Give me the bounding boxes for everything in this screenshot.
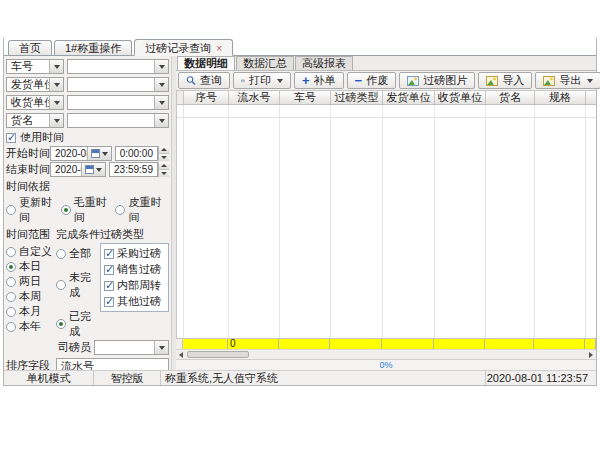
vehicle-value-combo[interactable] — [67, 59, 169, 74]
radio-unfinished[interactable]: 未完成 — [56, 270, 100, 300]
tab-data-detail[interactable]: 数据明细 — [177, 56, 235, 70]
print-button[interactable]: 打印 — [233, 72, 291, 89]
calendar-icon[interactable] — [91, 149, 100, 158]
time-basis-label: 时间依据 — [6, 179, 50, 194]
goods-field-select[interactable]: 货名 — [6, 113, 64, 128]
sort-field-input[interactable]: 流水号 — [56, 358, 169, 370]
end-date-picker[interactable]: 2020-08-01 — [50, 162, 106, 177]
status-edition: 智控版 — [94, 371, 161, 385]
spin-up-icon[interactable] — [159, 162, 169, 169]
radio-all[interactable]: 全部 — [56, 246, 100, 261]
query-filter-panel: 车号 发货单位 收货单位 货名 使用时间 开始时间 — [4, 56, 172, 370]
goods-value-combo[interactable] — [67, 113, 169, 128]
spin-down-icon[interactable] — [159, 169, 169, 177]
receiver-field-select[interactable]: 收货单位 — [6, 95, 64, 110]
chevron-down-icon[interactable] — [102, 152, 108, 156]
col-header-spec[interactable]: 规格 — [535, 91, 586, 104]
calendar-icon[interactable] — [85, 165, 94, 174]
col-header-serial[interactable]: 流水号 — [229, 91, 280, 104]
plus-icon: + — [302, 76, 310, 86]
radio-tare-time[interactable]: 皮重时间 — [115, 195, 169, 225]
tab-close-icon[interactable]: × — [216, 43, 222, 54]
records-grid: 序号 流水号 车号 过磅类型 发货单位 收货单位 货名 规格 — [176, 91, 596, 338]
grid-body[interactable] — [177, 105, 596, 338]
sender-field-select[interactable]: 发货单位 — [6, 77, 64, 92]
export-button[interactable]: 导出 — [535, 72, 600, 89]
checkbox-other-weigh[interactable]: 其他过磅 — [104, 294, 165, 309]
time-range-group: 时间范围 自定义 本日 两日 本周 本月 本年 — [6, 227, 56, 334]
finish-condition-label: 完成条件 — [56, 227, 100, 242]
checkbox-internal-transfer[interactable]: 内部周转 — [104, 278, 165, 293]
vehicle-field-select[interactable]: 车号 — [6, 59, 64, 74]
void-button[interactable]: − 作废 — [347, 72, 397, 89]
chevron-down-icon[interactable] — [154, 114, 168, 127]
col-header-vehicle[interactable]: 车号 — [280, 91, 331, 104]
summary-cell — [485, 339, 534, 349]
chevron-down-icon[interactable] — [49, 78, 63, 91]
sender-value-combo[interactable] — [67, 77, 169, 92]
radio-this-month[interactable]: 本月 — [6, 304, 56, 319]
weigh-photo-button[interactable]: 过磅图片 — [399, 72, 475, 89]
radio-gross-time[interactable]: 毛重时间 — [61, 195, 114, 225]
scroll-right-icon[interactable] — [586, 350, 596, 359]
scrollbar-thumb[interactable] — [187, 351, 249, 358]
query-button[interactable]: 查询 — [178, 72, 230, 89]
scroll-left-icon[interactable] — [176, 350, 186, 359]
summary-cell — [330, 339, 382, 349]
radio-two-days[interactable]: 两日 — [6, 274, 56, 289]
horizontal-scrollbar[interactable] — [176, 349, 596, 359]
col-header-sender[interactable]: 发货单位 — [383, 91, 435, 104]
sort-field-row: 排序字段 流水号 — [6, 358, 169, 370]
chevron-down-icon[interactable] — [49, 114, 63, 127]
radio-this-year[interactable]: 本年 — [6, 319, 56, 334]
weigher-row: 司磅员 — [6, 340, 169, 355]
radio-today[interactable]: 本日 — [6, 259, 56, 274]
summary-cell — [585, 339, 596, 349]
data-panel: 数据明细 数据汇总 高级报表 查询 打印 + 补单 — [176, 56, 596, 370]
chevron-down-icon[interactable] — [154, 96, 168, 109]
chevron-down-icon[interactable] — [154, 341, 168, 354]
chevron-down-icon[interactable] — [154, 60, 168, 73]
radio-finished[interactable]: 已完成 — [56, 309, 100, 339]
start-time-row: 开始时间 2020-08-01 0:00:00 — [6, 146, 169, 161]
tab-weighing-operation[interactable]: 1#称重操作 — [54, 40, 132, 55]
tab-record-query[interactable]: 过磅记录查询× — [134, 39, 233, 56]
chevron-down-icon[interactable] — [49, 96, 63, 109]
chevron-down-icon[interactable] — [96, 168, 102, 172]
col-header-receiver[interactable]: 收货单位 — [435, 91, 486, 104]
tab-data-summary[interactable]: 数据汇总 — [236, 56, 294, 70]
col-header-seq[interactable]: 序号 — [184, 91, 229, 104]
radio-custom-range[interactable]: 自定义 — [6, 244, 56, 259]
tab-home[interactable]: 首页 — [8, 40, 52, 55]
radio-update-time[interactable]: 更新时间 — [6, 195, 59, 225]
weigher-combo[interactable] — [94, 340, 169, 355]
import-button[interactable]: 导入 — [478, 72, 532, 89]
col-header-goods[interactable]: 货名 — [486, 91, 535, 104]
radio-icon — [6, 277, 16, 287]
chevron-down-icon[interactable] — [49, 60, 63, 73]
supplement-button[interactable]: + 补单 — [294, 72, 344, 89]
chevron-down-icon — [277, 79, 283, 83]
search-icon — [186, 75, 196, 86]
start-time-spinner[interactable]: 0:00:00 — [115, 146, 169, 161]
start-date-picker[interactable]: 2020-08-01 — [50, 146, 112, 161]
checkbox-sale-weigh[interactable]: 销售过磅 — [104, 262, 165, 277]
checkbox-purchase-weigh[interactable]: 采购过磅 — [104, 246, 165, 261]
export-icon — [543, 76, 555, 86]
chevron-down-icon — [587, 79, 593, 83]
tab-advanced-report[interactable]: 高级报表 — [295, 56, 353, 70]
radio-this-week[interactable]: 本周 — [6, 289, 56, 304]
receiver-value-combo[interactable] — [67, 95, 169, 110]
row-selector-header — [177, 91, 184, 104]
radio-icon — [6, 292, 16, 302]
spin-up-icon[interactable] — [159, 146, 169, 153]
radio-icon — [56, 249, 66, 259]
end-time-spinner[interactable]: 23:59:59 — [109, 162, 169, 177]
filter-row-vehicle: 车号 — [6, 59, 169, 74]
status-datetime: 2020-08-01 11:23:57 — [486, 371, 596, 385]
chevron-down-icon[interactable] — [154, 78, 168, 91]
radio-icon — [56, 319, 66, 329]
spin-down-icon[interactable] — [159, 153, 169, 161]
col-header-weigh-type[interactable]: 过磅类型 — [331, 91, 383, 104]
use-time-checkbox[interactable]: 使用时间 — [6, 130, 169, 145]
